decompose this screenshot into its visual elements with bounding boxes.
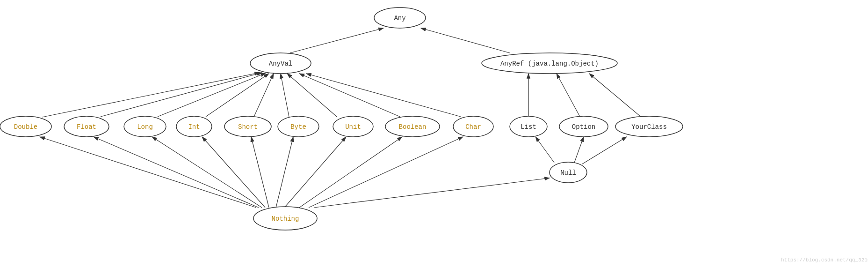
svg-text:Long: Long bbox=[137, 123, 153, 131]
svg-text:Unit: Unit bbox=[345, 123, 361, 131]
svg-text:YourClass: YourClass bbox=[631, 123, 667, 131]
edge-nothing-long bbox=[152, 137, 262, 208]
edge-nothing-null bbox=[314, 178, 550, 208]
edge-anyval-any bbox=[290, 28, 383, 53]
svg-text:Int: Int bbox=[188, 123, 200, 131]
node-short: Short bbox=[224, 116, 271, 137]
svg-text:Nothing: Nothing bbox=[272, 215, 299, 223]
svg-text:AnyRef (java.lang.Object): AnyRef (java.lang.Object) bbox=[500, 60, 599, 67]
node-int: Int bbox=[176, 116, 212, 137]
node-nothing: Nothing bbox=[253, 207, 317, 230]
node-any: Any bbox=[374, 7, 426, 28]
edge-nothing-byte bbox=[276, 137, 293, 208]
node-byte: Byte bbox=[278, 116, 319, 137]
edge-yourclass-anyref bbox=[589, 74, 641, 117]
svg-text:Boolean: Boolean bbox=[399, 123, 427, 131]
node-option: Option bbox=[559, 116, 608, 137]
svg-text:Option: Option bbox=[572, 123, 595, 131]
node-boolean: Boolean bbox=[385, 116, 440, 137]
node-anyval: AnyVal bbox=[250, 53, 311, 74]
node-null: Null bbox=[550, 162, 587, 183]
edge-boolean-anyval bbox=[299, 74, 400, 117]
node-list: List bbox=[510, 116, 547, 137]
svg-text:Float: Float bbox=[77, 123, 96, 131]
diagram-svg: Any AnyVal AnyRef (java.lang.Object) Dou… bbox=[0, 0, 868, 268]
svg-text:Double: Double bbox=[14, 123, 37, 131]
edge-nothing-double bbox=[40, 137, 256, 208]
svg-text:Null: Null bbox=[560, 169, 576, 177]
node-unit: Unit bbox=[333, 116, 373, 137]
svg-text:Char: Char bbox=[465, 123, 481, 131]
svg-text:Any: Any bbox=[394, 15, 405, 22]
edge-null-option bbox=[574, 137, 584, 163]
svg-text:Byte: Byte bbox=[290, 123, 306, 131]
edge-nothing-boolean bbox=[299, 137, 402, 208]
node-long: Long bbox=[124, 116, 166, 137]
edge-null-yourclass bbox=[582, 137, 627, 164]
edge-null-list bbox=[535, 137, 554, 163]
edge-byte-anyval bbox=[281, 74, 289, 117]
svg-text:List: List bbox=[521, 123, 536, 131]
edge-double-anyval bbox=[42, 73, 260, 117]
edge-option-anyref bbox=[557, 74, 580, 117]
node-yourclass: YourClass bbox=[615, 116, 683, 137]
node-double: Double bbox=[0, 116, 51, 137]
edge-anyref-any bbox=[421, 28, 510, 53]
node-float: Float bbox=[64, 116, 109, 137]
edge-long-anyval bbox=[158, 73, 266, 117]
edge-int-anyval bbox=[206, 74, 269, 117]
svg-text:Short: Short bbox=[238, 123, 258, 131]
node-anyref: AnyRef (java.lang.Object) bbox=[482, 53, 617, 74]
edge-short-anyval bbox=[254, 74, 274, 117]
edge-nothing-short bbox=[251, 137, 269, 208]
edge-nothing-char bbox=[309, 137, 463, 208]
watermark-text: https://blog.csdn.net/qq_32165041 bbox=[781, 257, 868, 263]
svg-text:AnyVal: AnyVal bbox=[269, 60, 292, 67]
node-char: Char bbox=[453, 116, 493, 137]
